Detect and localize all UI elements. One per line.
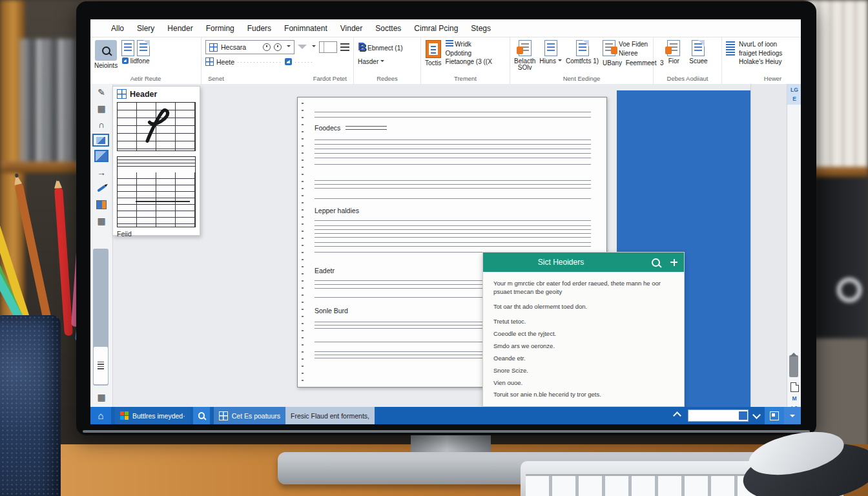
menu-tab[interactable]: Allo (105, 24, 130, 33)
blurred-books (19, 39, 78, 161)
mini-glyph-3[interactable]: M (792, 395, 796, 402)
group-label-senet: Senet (208, 75, 224, 82)
panel-paragraph: Snore Scize. (493, 367, 674, 375)
tray-expand-button[interactable] (669, 407, 685, 424)
group-label-fardot: Fardot Petet (313, 75, 347, 82)
tray-input-wrap (685, 407, 751, 424)
comtfcts-button[interactable]: Comtfcts 1) (566, 40, 599, 65)
add-icon[interactable] (670, 259, 677, 266)
menu-tab[interactable]: Forming (200, 24, 241, 33)
chevron-up-icon (673, 411, 681, 420)
mini-strip-icons: LG E (787, 84, 801, 105)
image-frame-icon[interactable] (90, 148, 112, 164)
taskbar-app-3[interactable]: Fresic Flaud ent forments, (285, 407, 375, 424)
mini-glyph-2[interactable]: E (792, 96, 796, 102)
ruled-line (315, 184, 591, 185)
hiuns-button[interactable]: Hiuns (539, 40, 562, 65)
menu-tab[interactable]: Vinder (334, 24, 369, 33)
panel-paragraph: Tot oar tht ado olermemt toed don. (493, 303, 674, 311)
chevron-down-icon (380, 60, 384, 64)
arc-tool-icon[interactable]: ∩ (90, 116, 112, 132)
doc-orange-icon (603, 40, 615, 56)
header-gallery-panel: Header Feiid (112, 86, 200, 236)
blue-square-icon (122, 57, 129, 64)
header-template-thumb-1[interactable] (117, 102, 196, 151)
scrollbar-thumb[interactable] (789, 355, 798, 377)
blue-lines-icon (446, 40, 453, 46)
page-icon[interactable] (790, 382, 799, 392)
menu-tab[interactable]: Cimral Pcing (408, 24, 464, 33)
tray-dropdown-button[interactable] (784, 407, 801, 424)
mini-glyph-1[interactable]: LG (790, 87, 798, 93)
caret-down-icon (790, 415, 795, 420)
hewer-options[interactable]: NvurL of ioon fraiget Hediogs Holake's H… (739, 40, 782, 67)
doc-fold-icon (576, 40, 589, 56)
grid-button[interactable]: ▦ (90, 389, 112, 405)
clone-button[interactable]: Iidfone (121, 40, 150, 65)
pencil-tool-icon[interactable]: ✎ (90, 84, 112, 100)
style-combo[interactable]: Hecsara (205, 40, 294, 54)
ruled-line (315, 225, 591, 226)
ruled-line (315, 242, 591, 243)
ruled-line (315, 180, 591, 181)
big-dropdown-icon[interactable] (298, 45, 307, 54)
heete-row[interactable]: Heete ·············· ······ (205, 57, 349, 66)
search-icon[interactable] (652, 258, 660, 267)
align-lines-icon[interactable] (340, 43, 349, 51)
taskbar-app-2[interactable]: Cet Es poatuurs (214, 407, 285, 424)
grid-tool-icon[interactable]: ▦ (90, 100, 112, 116)
tray-search-input[interactable] (688, 409, 749, 422)
ruled-line (315, 144, 591, 145)
slot-headers-panel: Sict Heoiders Your m gmrctie cbr eater f… (482, 252, 685, 407)
panel-body: Your m gmrctie cbr eater fod erder raeue… (483, 272, 684, 407)
gallery-title-row: Header (117, 89, 196, 99)
panel-paragraph: Oeande etr. (493, 355, 674, 363)
group-label: Redees (358, 74, 417, 83)
menu-tab[interactable]: Fuders (241, 24, 278, 33)
ebnmect-button[interactable]: Ebnmect (1) (358, 40, 417, 55)
menu-tab[interactable]: Hender (161, 24, 199, 33)
input-icon (739, 411, 747, 420)
search-button-label: Neioints (94, 62, 118, 69)
menu-tab[interactable]: Socttes (369, 24, 408, 33)
fior-button[interactable]: Fior (667, 40, 680, 65)
sidebar-scrollbar-track[interactable] (93, 249, 108, 386)
header-template-thumb-2[interactable] (117, 156, 196, 227)
pen-tool-icon[interactable] (90, 180, 112, 196)
clock-icon (263, 43, 271, 51)
clone-button-label: Iidfone (122, 57, 150, 65)
chart-tool-icon[interactable] (90, 196, 112, 212)
document-label: Lepper haldies (315, 207, 359, 214)
toctis-button[interactable]: Toctis (425, 40, 442, 67)
search-icon (198, 412, 205, 419)
clock-icon-2 (274, 43, 282, 51)
cursor-box-icon[interactable] (319, 41, 337, 53)
taskbar-search-button[interactable] (193, 407, 210, 424)
ruled-line (315, 198, 591, 199)
chevron-down-icon[interactable] (312, 45, 316, 49)
sidebar-scrollbar-thumb[interactable] (94, 347, 108, 384)
tray-windows-button[interactable] (765, 407, 784, 424)
wridk-options[interactable]: Wridk Opdoting Fietaonge (3 ((X (446, 40, 492, 67)
page-ruler-marks (302, 103, 304, 382)
belacth-button[interactable]: Belacth SOlv (514, 40, 535, 71)
home-button[interactable]: ⌂ (90, 407, 111, 424)
search-button[interactable]: Neioints (94, 40, 118, 69)
scuee-button[interactable]: Scuee (689, 40, 707, 65)
document-label: Eadetr (315, 267, 335, 274)
hasder-dropdown[interactable]: Hasder (358, 57, 417, 67)
taskbar-app-1[interactable]: Buttlres imeyded· (115, 407, 191, 424)
panel-paragraph: Smdo ars we oeronze. (493, 342, 674, 351)
image-tool-icon-selected[interactable] (92, 134, 109, 147)
double-rule (346, 126, 387, 130)
menu-tab[interactable]: Slery (130, 24, 161, 33)
ruled-line (315, 149, 591, 149)
arrow-tool-icon[interactable]: → (90, 164, 112, 180)
doc-orange-icon (667, 40, 680, 56)
table-tool-icon[interactable]: ▦ (90, 212, 112, 229)
menu-tab[interactable]: Stegs (464, 24, 497, 33)
menu-tab[interactable]: Fonimnatent (278, 24, 334, 33)
ruled-line (315, 237, 591, 238)
tray-collapse-button[interactable] (751, 407, 762, 424)
panel-paragraph: Coeodle ect the ryjtect. (493, 330, 674, 338)
